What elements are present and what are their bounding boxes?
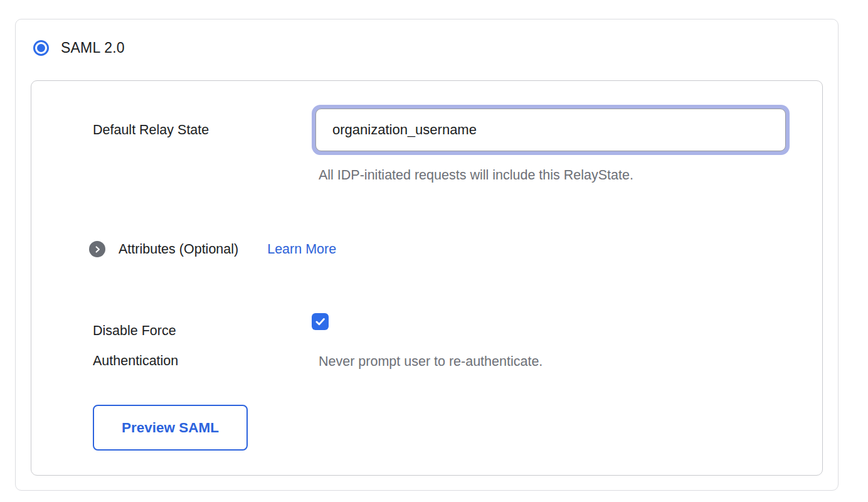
force-auth-row: Disable Force Authentication Never promp… — [93, 313, 822, 376]
force-auth-helper: Never prompt user to re-authenticate. — [319, 353, 542, 370]
attributes-label: Attributes (Optional) — [119, 242, 238, 257]
attributes-row: Attributes (Optional) Learn More — [93, 241, 822, 257]
force-auth-controls: Never prompt user to re-authenticate. — [312, 313, 542, 370]
saml-settings-panel: Default Relay State All IDP-initiated re… — [31, 80, 823, 476]
learn-more-link[interactable]: Learn More — [267, 242, 336, 257]
relay-state-label: Default Relay State — [93, 122, 312, 138]
saml-radio-selected-dot — [37, 44, 45, 52]
saml-radio-row[interactable]: SAML 2.0 — [16, 19, 838, 56]
saml-config-card: SAML 2.0 Default Relay State All IDP-ini… — [15, 19, 839, 491]
force-auth-checkbox[interactable] — [312, 313, 329, 330]
preview-saml-button[interactable]: Preview SAML — [93, 405, 248, 451]
force-auth-label: Disable Force Authentication — [93, 313, 312, 376]
saml-radio-label: SAML 2.0 — [61, 40, 125, 56]
saml-radio[interactable] — [33, 40, 49, 56]
checkmark-icon — [314, 316, 326, 328]
attributes-expand-toggle[interactable] — [89, 241, 105, 257]
chevron-right-icon — [93, 245, 102, 254]
relay-state-input[interactable] — [315, 109, 786, 151]
relay-state-helper: All IDP-initiated requests will include … — [319, 167, 822, 183]
relay-state-row: Default Relay State — [93, 105, 822, 155]
relay-state-focus-ring — [312, 105, 790, 155]
